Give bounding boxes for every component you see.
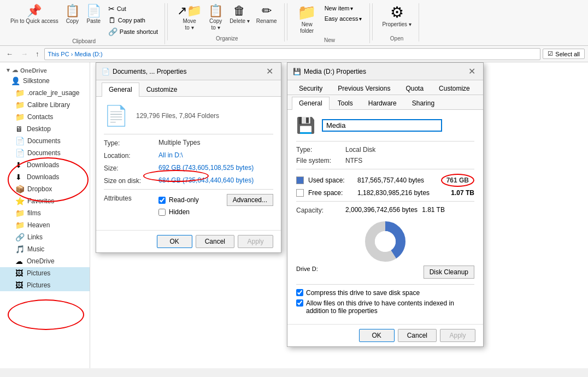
dialog1-body: 📄 129,796 Files, 7,804 Folders Type: Mul… xyxy=(96,97,281,230)
ribbon-group-clipboard: 📌 Pin to Quick access 📋 Copy 📄 Paste ✂ C… xyxy=(3,3,165,44)
sidebar-item-calibre[interactable]: 📁 Calibre Library xyxy=(0,99,90,111)
select-all-button[interactable]: ☑ Select all xyxy=(543,49,585,59)
paste-shortcut-button[interactable]: 🔗 Paste shortcut xyxy=(106,26,160,37)
open-label: Open xyxy=(379,34,414,42)
used-dot xyxy=(296,176,304,184)
free-dot xyxy=(296,189,304,197)
new-folder-button[interactable]: 📁 Newfolder xyxy=(294,3,320,36)
cut-icon: ✂ xyxy=(108,4,115,13)
cap-hr: 1.81 TB xyxy=(422,206,445,214)
sidebar-item-desktop[interactable]: 🖥 Desktop xyxy=(0,123,90,135)
file-area: 📄 Documents, ... Properties ✕ General Cu… xyxy=(90,62,588,368)
back-button[interactable]: ← xyxy=(3,48,16,60)
sidebar-item-links[interactable]: 🔗 Links xyxy=(0,231,90,243)
organize-label: Organize xyxy=(174,34,280,42)
dialog2-title: 💾 Media (D:) Properties xyxy=(293,68,366,75)
copy-to-button[interactable]: 📋 Copyto ▾ xyxy=(205,3,226,33)
main-area: ▾ ☁ OneDrive 👤 Silkstone 📁 .oracle_jre_u… xyxy=(0,62,588,368)
sidebar-item-downloads2[interactable]: ⬇ Downloads xyxy=(0,171,90,183)
dialog1-location-value: All in D:\ xyxy=(158,151,273,159)
dialog2-tab-hardware[interactable]: Hardware xyxy=(361,97,404,109)
sidebar-item-documents1[interactable]: 📄 Documents xyxy=(0,135,90,147)
sidebar-item-music[interactable]: 🎵 Music xyxy=(0,243,90,255)
forward-button[interactable]: → xyxy=(18,48,31,60)
used-bytes: 817,565,757,440 bytes xyxy=(357,176,441,184)
docs2-icon: 📄 xyxy=(15,149,25,157)
delete-button[interactable]: 🗑 Delete ▾ xyxy=(227,3,252,26)
cap-label: Capacity: xyxy=(296,206,345,214)
dialog1-disk-label: Size on disk: xyxy=(104,176,158,185)
paste-icon: 📄 xyxy=(86,5,101,17)
disk-cleanup-button[interactable]: Disk Cleanup xyxy=(424,266,474,279)
sidebar-item-pictures2[interactable]: 🖼 Pictures xyxy=(0,279,90,291)
move-to-button[interactable]: ↗📁 Moveto ▾ xyxy=(174,3,204,33)
dialog1-titlebar: 📄 Documents, ... Properties ✕ xyxy=(96,63,281,80)
dialog2-tab-tools[interactable]: Tools xyxy=(331,97,360,109)
dialog1-apply-button[interactable]: Apply xyxy=(238,235,273,248)
dialog2-close-button[interactable]: ✕ xyxy=(466,66,478,76)
dialog2-apply-button[interactable]: Apply xyxy=(440,329,475,342)
dialog1-tab-customize[interactable]: Customize xyxy=(139,83,185,96)
pictures1-icon: 🖼 xyxy=(15,269,24,278)
pin-button[interactable]: 📌 Pin to Quick access xyxy=(8,3,61,26)
drive-name-input[interactable] xyxy=(322,119,442,132)
sidebar-item-oracle[interactable]: 📁 .oracle_jre_usage xyxy=(0,87,90,99)
folder-oracle-icon: 📁 xyxy=(15,89,25,97)
dialog1-tabs: General Customize xyxy=(96,80,281,97)
dialog1-ok-button[interactable]: OK xyxy=(157,235,192,248)
downloads2-icon: ⬇ xyxy=(15,173,24,181)
dialog2-free-row: Free space: 1,182,830,985,216 bytes 1.07… xyxy=(296,189,474,197)
desktop-icon: 🖥 xyxy=(15,125,24,133)
up-button[interactable]: ↑ xyxy=(33,48,42,60)
sidebar-item-silkstone[interactable]: 👤 Silkstone xyxy=(0,75,90,87)
breadcrumb[interactable]: This PC › Media (D:) xyxy=(44,48,541,60)
sidebar-item-films[interactable]: 📁 films xyxy=(0,207,90,219)
new-item-button[interactable]: New item ▾ xyxy=(321,3,366,13)
dialog1-close-button[interactable]: ✕ xyxy=(264,66,275,76)
dialog1-file-info: 129,796 Files, 7,804 Folders xyxy=(136,112,219,120)
dialog1-location-label: Location: xyxy=(104,151,158,160)
rename-button[interactable]: ✏ Rename xyxy=(254,3,280,26)
sidebar-item-heaven[interactable]: 📁 Heaven xyxy=(0,219,90,231)
dialog2-cancel-button[interactable]: Cancel xyxy=(398,329,437,342)
sidebar-item-pictures1[interactable]: 🖼 Pictures xyxy=(0,267,90,279)
favorites-icon: ⭐ xyxy=(15,197,25,205)
used-hr: 761 GB xyxy=(441,174,474,187)
readonly-checkbox[interactable] xyxy=(158,197,166,204)
dialog1-cancel-button[interactable]: Cancel xyxy=(196,235,234,248)
svg-point-2 xyxy=(375,231,396,252)
sidebar-item-contacts[interactable]: 📁 Contacts xyxy=(0,111,90,123)
easy-access-button[interactable]: Easy access ▾ xyxy=(321,14,366,23)
compress-checkbox[interactable] xyxy=(296,289,303,296)
dialog2-ok-button[interactable]: OK xyxy=(359,329,395,342)
folder-calibre-icon: 📁 xyxy=(15,101,25,109)
hidden-checkbox[interactable] xyxy=(158,209,166,216)
sidebar-item-dropbox[interactable]: 📦 Dropbox xyxy=(0,183,90,195)
dialog1-disk-value: 684 GB (735,043,440,640 bytes) xyxy=(158,176,273,184)
downloads1-icon: ⬇ xyxy=(15,161,24,169)
dialog2-body: 💾 Type: Local Disk File system: NTFS Use… xyxy=(287,110,483,324)
paste-button[interactable]: 📄 Paste xyxy=(84,3,104,26)
dialog1-tab-general[interactable]: General xyxy=(102,83,139,97)
cut-button[interactable]: ✂ Cut xyxy=(106,3,160,14)
dialog2-tab-customize2[interactable]: Customize xyxy=(432,82,477,95)
folder-contacts-icon: 📁 xyxy=(15,113,25,121)
sidebar-item-downloads1[interactable]: ⬇ Downloads xyxy=(0,159,90,171)
dialog2-tab-sharing[interactable]: Sharing xyxy=(405,97,442,109)
sidebar-item-onedrive2[interactable]: ☁ OneDrive xyxy=(0,255,90,267)
dialog2-tab-quota[interactable]: Quota xyxy=(398,82,431,95)
copy-icon: 📋 xyxy=(65,5,80,17)
dialog2-tab-general[interactable]: General xyxy=(292,97,330,110)
advanced-button[interactable]: Advanced... xyxy=(227,194,273,206)
sidebar-onedrive-header[interactable]: ▾ ☁ OneDrive xyxy=(0,64,90,75)
index-checkbox[interactable] xyxy=(296,299,303,307)
dialog2-tab-security[interactable]: Security xyxy=(292,82,330,95)
sidebar-item-documents2[interactable]: 📄 Documents xyxy=(0,147,90,159)
dialog2-drive-icon: 💾 xyxy=(296,116,315,134)
dialog2-tab-prevversions[interactable]: Previous Versions xyxy=(331,82,397,95)
sidebar-item-favorites[interactable]: ⭐ Favorites xyxy=(0,195,90,207)
copy-path-button[interactable]: 🗒 Copy path xyxy=(106,15,160,26)
properties-button[interactable]: ⚙ Properties ▾ xyxy=(379,3,414,34)
dialog1-size-on-disk-row: Size on disk: 684 GB (735,043,440,640 by… xyxy=(104,176,273,185)
copy-button[interactable]: 📋 Copy xyxy=(62,3,83,26)
